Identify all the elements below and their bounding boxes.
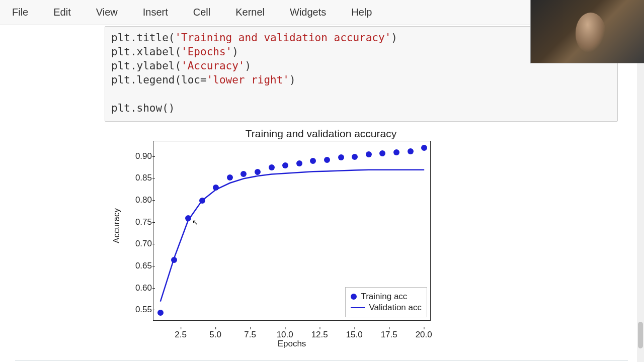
scrollbar[interactable] xyxy=(637,25,644,362)
menu-insert[interactable]: Insert xyxy=(136,5,175,20)
legend-marker-training-icon xyxy=(351,294,357,300)
training-point xyxy=(157,310,164,316)
validation-line xyxy=(160,170,424,302)
training-point xyxy=(213,185,219,191)
xtick: 7.5 xyxy=(244,330,256,340)
plot-legend: Training acc Validation acc xyxy=(345,287,427,317)
xtick: 17.5 xyxy=(381,330,397,340)
webcam-overlay xyxy=(530,0,644,63)
xtick: 5.0 xyxy=(209,330,221,340)
ytick: 0.75 xyxy=(130,217,152,227)
output-cell-row: Training and validation accuracy Accurac… xyxy=(0,122,644,349)
training-point xyxy=(199,198,205,204)
scroll-thumb[interactable] xyxy=(638,322,643,349)
training-point xyxy=(227,174,233,180)
training-point xyxy=(269,164,275,170)
training-point xyxy=(171,257,177,263)
legend-label-validation: Validation acc xyxy=(369,303,422,313)
training-point xyxy=(296,160,302,166)
training-point xyxy=(379,150,385,156)
menu-help[interactable]: Help xyxy=(344,5,379,20)
ytick: 0.85 xyxy=(130,173,152,183)
ytick: 0.55 xyxy=(130,305,152,315)
plot-axes: Training acc Validation acc xyxy=(153,141,431,321)
ytick: 0.90 xyxy=(130,151,152,161)
menu-view[interactable]: View xyxy=(89,5,125,20)
ytick: 0.80 xyxy=(130,195,152,205)
plot-output: Training and validation accuracy Accurac… xyxy=(105,128,537,349)
training-point xyxy=(421,145,427,151)
training-point xyxy=(255,169,261,175)
training-point xyxy=(338,154,344,160)
training-point xyxy=(408,148,414,154)
menu-edit[interactable]: Edit xyxy=(46,5,77,20)
training-point xyxy=(366,151,372,157)
xtick: 2.5 xyxy=(175,330,187,340)
ytick: 0.70 xyxy=(130,239,152,249)
menu-cell[interactable]: Cell xyxy=(186,5,217,20)
menu-kernel[interactable]: Kernel xyxy=(228,5,272,20)
xtick: 15.0 xyxy=(346,330,363,340)
training-point xyxy=(393,149,399,155)
cell-divider xyxy=(15,360,628,361)
legend-marker-validation-icon xyxy=(351,307,365,309)
notebook-area[interactable]: plt.title('Training and validation accur… xyxy=(0,25,644,362)
training-point xyxy=(310,158,316,164)
training-point xyxy=(282,162,288,168)
plot-ylabel: Accuracy xyxy=(112,208,122,243)
training-point xyxy=(240,171,247,177)
legend-label-training: Training acc xyxy=(361,292,407,302)
xtick: 12.5 xyxy=(311,330,328,340)
training-point xyxy=(352,154,358,160)
training-point xyxy=(185,215,191,221)
menu-file[interactable]: File xyxy=(5,5,35,20)
ytick: 0.60 xyxy=(130,283,152,293)
menu-widgets[interactable]: Widgets xyxy=(283,5,333,20)
plot-xlabel: Epochs xyxy=(153,339,431,349)
xtick: 20.0 xyxy=(416,330,432,340)
plot-title: Training and validation accuracy xyxy=(105,128,537,140)
ytick: 0.65 xyxy=(130,261,152,271)
xtick: 10.0 xyxy=(277,330,293,340)
training-point xyxy=(324,157,330,163)
